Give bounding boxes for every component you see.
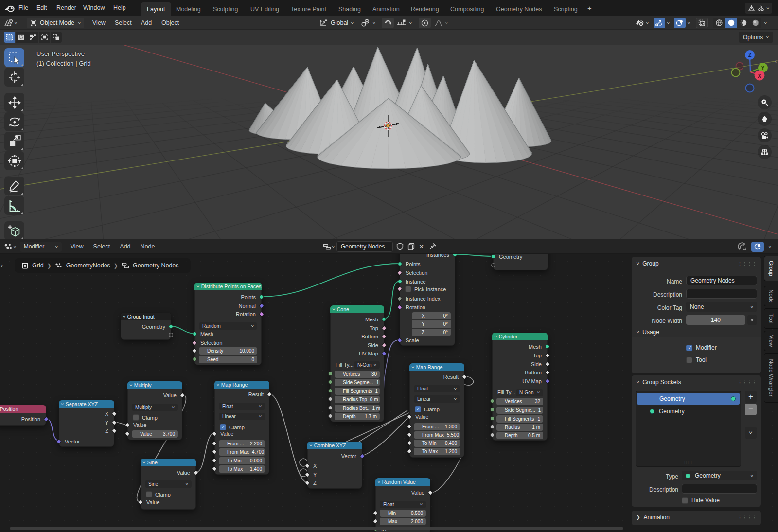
svg-text:Z: Z [748, 52, 752, 58]
svg-text:Y: Y [761, 65, 765, 71]
svg-text:X: X [758, 73, 761, 79]
